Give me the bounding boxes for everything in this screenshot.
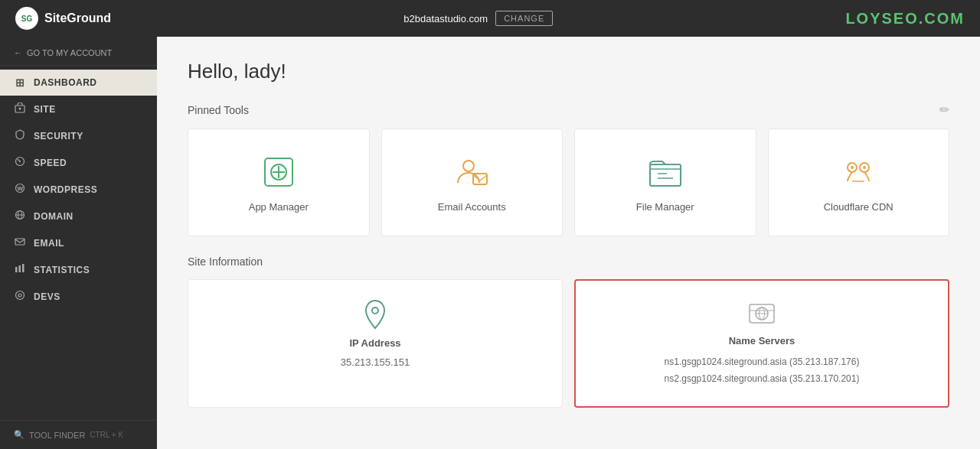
search-icon: 🔍 <box>14 430 24 440</box>
statistics-icon <box>14 263 26 276</box>
cloudflare-cdn-label: Cloudflare CDN <box>824 201 893 213</box>
svg-point-13 <box>16 291 24 300</box>
svg-rect-12 <box>22 264 24 272</box>
tools-grid: App Manager Email Accounts <box>188 129 949 236</box>
svg-text:W: W <box>18 185 24 192</box>
tool-finder[interactable]: 🔍 TOOL FINDER CTRL + K <box>0 420 157 449</box>
greeting: Hello, lady! <box>188 60 949 83</box>
svg-rect-9 <box>15 239 24 245</box>
domain-area: b2bdatastudio.com CHANGE <box>403 11 553 26</box>
logo-text: SiteGround <box>44 11 111 25</box>
ip-address-card[interactable]: IP Address 35.213.155.151 <box>188 279 563 408</box>
email-accounts-label: Email Accounts <box>438 201 506 213</box>
tool-card-email-accounts[interactable]: Email Accounts <box>381 129 564 236</box>
domain-name: b2bdatastudio.com <box>403 13 488 24</box>
email-icon <box>14 236 26 249</box>
svg-point-25 <box>851 166 854 169</box>
svg-rect-21 <box>650 164 681 186</box>
name-servers-icon <box>748 300 776 327</box>
tool-card-cloudflare-cdn[interactable]: Cloudflare CDN <box>768 129 950 236</box>
go-to-account-link[interactable]: ← GO TO MY ACCOUNT <box>0 41 157 66</box>
speed-icon <box>14 156 26 169</box>
app-manager-label: App Manager <box>249 201 309 213</box>
svg-rect-10 <box>15 267 18 272</box>
edit-pinned-icon[interactable]: ✏ <box>939 102 949 117</box>
svg-rect-11 <box>19 265 21 272</box>
change-button[interactable]: CHANGE <box>495 11 553 26</box>
site-info-title: Site Information <box>188 255 263 268</box>
tool-card-file-manager[interactable]: File Manager <box>574 129 756 236</box>
sidebar-item-devs[interactable]: DEVS <box>0 283 157 310</box>
ip-address-value: 35.213.155.151 <box>341 356 410 368</box>
name-servers-card[interactable]: Name Servers ns1.gsgp1024.siteground.asi… <box>574 279 949 408</box>
sidebar-item-dashboard[interactable]: ⊞ DASHBOARD <box>0 70 157 96</box>
app-manager-icon <box>259 152 299 192</box>
info-grid: IP Address 35.213.155.151 Name Servers n… <box>188 279 949 408</box>
email-accounts-icon <box>452 152 492 192</box>
main-layout: ← GO TO MY ACCOUNT ⊞ DASHBOARD SITE SECU… <box>0 37 980 449</box>
sidebar-item-statistics[interactable]: STATISTICS <box>0 256 157 283</box>
file-manager-label: File Manager <box>636 201 694 213</box>
logo-icon: SG <box>15 7 38 30</box>
ip-address-label: IP Address <box>349 337 400 349</box>
ns2-value: ns2.gsgp1024.siteground.asia (35.213.170… <box>665 371 860 388</box>
svg-point-26 <box>863 166 866 169</box>
cloudflare-cdn-icon <box>838 152 878 192</box>
site-info-header: Site Information <box>188 255 949 268</box>
svg-point-19 <box>463 161 474 171</box>
sidebar-item-domain[interactable]: DOMAIN <box>0 203 157 229</box>
tool-card-app-manager[interactable]: App Manager <box>188 129 370 236</box>
svg-point-14 <box>18 294 21 297</box>
arrow-left-icon: ← <box>14 48 22 57</box>
ns1-value: ns1.gsgp1024.siteground.asia (35.213.187… <box>665 354 860 371</box>
sidebar-item-security[interactable]: SECURITY <box>0 122 157 149</box>
main-content: Hello, lady! Pinned Tools ✏ App Manager <box>157 37 980 449</box>
sidebar-item-wordpress[interactable]: W WORDPRESS <box>0 176 157 203</box>
name-servers-values: ns1.gsgp1024.siteground.asia (35.213.187… <box>665 354 860 387</box>
file-manager-icon <box>645 152 685 192</box>
site-icon <box>14 102 26 116</box>
pinned-tools-title: Pinned Tools <box>188 104 249 116</box>
ip-address-icon <box>361 299 389 330</box>
svg-point-1 <box>19 108 21 110</box>
sidebar-item-email[interactable]: EMAIL <box>0 229 157 256</box>
sidebar-item-speed[interactable]: SPEED <box>0 149 157 176</box>
sidebar-item-site[interactable]: SITE <box>0 96 157 122</box>
site-name: LOYSEO.COM <box>845 10 965 28</box>
domain-icon <box>14 210 26 223</box>
security-icon <box>14 129 26 142</box>
devs-icon <box>14 290 26 303</box>
wordpress-icon: W <box>14 183 26 196</box>
name-servers-label: Name Servers <box>729 335 795 347</box>
svg-point-3 <box>19 161 21 162</box>
sidebar: ← GO TO MY ACCOUNT ⊞ DASHBOARD SITE SECU… <box>0 37 157 449</box>
svg-point-27 <box>372 307 378 314</box>
topbar: SG SiteGround b2bdatastudio.com CHANGE L… <box>0 0 980 37</box>
pinned-tools-header: Pinned Tools ✏ <box>188 102 949 117</box>
logo-area: SG SiteGround <box>15 7 111 30</box>
dashboard-icon: ⊞ <box>14 76 26 89</box>
